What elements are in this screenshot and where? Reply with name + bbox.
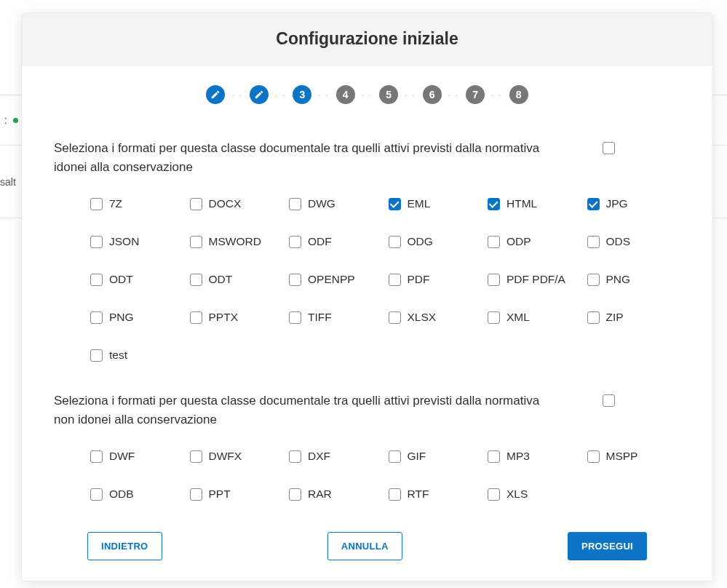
format-option[interactable]: JPG: [587, 194, 681, 214]
format-checkbox[interactable]: [190, 488, 202, 501]
format-label: ODG: [408, 235, 433, 248]
format-checkbox[interactable]: [190, 198, 202, 210]
section-master-checkbox[interactable]: [603, 394, 615, 407]
step-separator: - -: [442, 91, 466, 99]
format-checkbox[interactable]: [389, 198, 401, 210]
format-option[interactable]: test: [90, 345, 184, 365]
format-option[interactable]: ODT: [190, 269, 284, 290]
format-checkbox[interactable]: [289, 488, 301, 501]
format-checkbox[interactable]: [587, 274, 600, 286]
step-5[interactable]: 5: [379, 85, 398, 104]
format-label: TIFF: [308, 311, 332, 324]
format-checkbox[interactable]: [190, 274, 202, 286]
format-option[interactable]: RAR: [289, 484, 383, 504]
format-checkbox[interactable]: [190, 450, 202, 463]
format-checkbox[interactable]: [289, 236, 301, 248]
format-checkbox[interactable]: [289, 311, 301, 324]
format-checkbox[interactable]: [289, 450, 301, 463]
format-checkbox[interactable]: [289, 198, 301, 210]
format-checkbox[interactable]: [488, 488, 500, 501]
format-option[interactable]: ODG: [389, 231, 482, 252]
format-option[interactable]: XLS: [488, 484, 581, 504]
format-checkbox[interactable]: [90, 488, 103, 501]
format-option[interactable]: DWFX: [190, 446, 284, 466]
format-checkbox[interactable]: [488, 311, 500, 324]
format-option[interactable]: PNG: [587, 269, 681, 290]
format-option[interactable]: PNG: [90, 307, 184, 327]
format-option[interactable]: ODT: [90, 269, 184, 290]
format-option[interactable]: EML: [389, 194, 482, 214]
format-option[interactable]: ZIP: [587, 307, 681, 327]
step-number: 5: [386, 89, 392, 100]
format-checkbox[interactable]: [90, 311, 103, 324]
step-7[interactable]: 7: [466, 85, 485, 104]
format-checkbox[interactable]: [90, 274, 103, 286]
format-checkbox[interactable]: [488, 274, 500, 286]
format-option[interactable]: HTML: [488, 194, 581, 214]
format-checkbox[interactable]: [90, 450, 103, 463]
format-label: JPG: [606, 197, 628, 210]
format-option[interactable]: ODP: [488, 231, 581, 252]
format-label: HTML: [506, 197, 537, 210]
format-option[interactable]: JSON: [90, 231, 184, 252]
format-checkbox[interactable]: [389, 450, 401, 463]
format-checkbox[interactable]: [90, 236, 103, 248]
section-master-checkbox[interactable]: [603, 142, 615, 154]
step-6[interactable]: 6: [423, 85, 442, 104]
format-checkbox[interactable]: [587, 236, 600, 248]
format-option[interactable]: ODB: [90, 484, 184, 504]
step-2[interactable]: [250, 85, 269, 104]
format-checkbox[interactable]: [488, 198, 500, 210]
format-option[interactable]: OPENPP: [289, 269, 383, 290]
format-checkbox[interactable]: [488, 236, 500, 248]
cancel-button[interactable]: ANNULLA: [327, 532, 402, 560]
format-option[interactable]: PDF PDF/A: [488, 269, 581, 290]
format-option[interactable]: XML: [488, 307, 581, 327]
format-option[interactable]: RTF: [389, 484, 482, 504]
format-label: ODP: [506, 235, 531, 248]
format-checkbox[interactable]: [190, 311, 202, 324]
format-option[interactable]: MSWORD: [190, 231, 284, 252]
format-option[interactable]: TIFF: [289, 307, 383, 327]
modal-body[interactable]: Seleziona i formati per questa classe do…: [22, 111, 712, 522]
step-1[interactable]: [206, 85, 225, 104]
format-option[interactable]: MSPP: [587, 446, 681, 466]
format-grid: 7ZDOCXDWGEMLHTMLJPGJSONMSWORDODFODGODPOD…: [54, 183, 680, 378]
step-4[interactable]: 4: [336, 85, 355, 104]
format-checkbox[interactable]: [289, 274, 301, 286]
format-label: RTF: [408, 488, 429, 501]
format-option[interactable]: GIF: [389, 446, 482, 466]
format-option[interactable]: PPTX: [190, 307, 284, 327]
format-checkbox[interactable]: [90, 349, 103, 362]
format-checkbox[interactable]: [190, 236, 202, 248]
format-option[interactable]: MP3: [488, 446, 581, 466]
format-option[interactable]: PPT: [190, 484, 284, 504]
format-checkbox[interactable]: [587, 198, 600, 210]
format-label: 7Z: [109, 197, 122, 210]
format-checkbox[interactable]: [389, 274, 401, 286]
format-option[interactable]: ODS: [587, 231, 681, 252]
step-8[interactable]: 8: [509, 85, 528, 104]
format-option[interactable]: 7Z: [90, 194, 184, 214]
format-option[interactable]: DOCX: [190, 194, 284, 214]
back-button[interactable]: INDIETRO: [87, 532, 162, 560]
format-checkbox[interactable]: [389, 311, 401, 324]
format-checkbox[interactable]: [488, 450, 500, 463]
format-checkbox[interactable]: [587, 450, 600, 463]
format-option[interactable]: PDF: [389, 269, 482, 290]
format-option[interactable]: DXF: [289, 446, 383, 466]
format-option[interactable]: XLSX: [389, 307, 482, 327]
format-checkbox[interactable]: [90, 198, 103, 210]
step-3[interactable]: 3: [293, 85, 311, 104]
format-label: EML: [408, 197, 431, 210]
next-button[interactable]: PROSEGUI: [568, 532, 647, 560]
format-option[interactable]: DWF: [90, 446, 184, 466]
format-checkbox[interactable]: [389, 488, 401, 501]
step-separator: - -: [225, 91, 249, 99]
pencil-icon: [254, 90, 264, 100]
modal-title: Configurazione iniziale: [36, 29, 698, 49]
format-option[interactable]: ODF: [289, 231, 383, 252]
format-option[interactable]: DWG: [289, 194, 383, 214]
format-checkbox[interactable]: [389, 236, 401, 248]
format-checkbox[interactable]: [587, 311, 600, 324]
